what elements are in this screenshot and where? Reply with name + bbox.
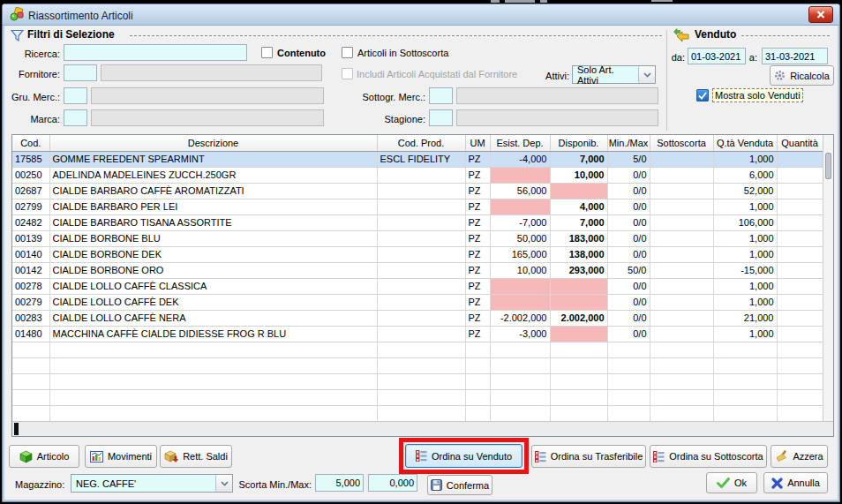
table-cell: 10,000 — [490, 262, 550, 278]
table-cell: ESCL FIDELITY — [377, 151, 465, 167]
table-cell: 0/0 — [607, 310, 650, 326]
gru-merc-code-input[interactable] — [64, 87, 87, 104]
screen-edge-artifact — [651, 0, 673, 2]
table-row[interactable]: 02687CIALDE BARBARO CAFFÈ AROMATIZZATIPZ… — [12, 183, 823, 199]
table-empty-row[interactable] — [12, 405, 823, 421]
horizontal-scrollbar-thumb[interactable] — [14, 423, 19, 435]
table-cell — [607, 405, 650, 421]
table-cell — [550, 357, 607, 373]
filter-funnel-icon — [11, 29, 24, 41]
table-cell: 01480 — [12, 326, 49, 342]
table-cell — [777, 342, 823, 357]
attivi-dropdown-button[interactable] — [638, 66, 655, 83]
table-cell — [490, 373, 550, 389]
table-cell: 0/0 — [607, 294, 650, 310]
fornitore-code-input[interactable] — [64, 64, 97, 81]
venduto-icon — [673, 28, 689, 42]
table-empty-row[interactable] — [12, 342, 823, 357]
vertical-scrollbar[interactable] — [823, 135, 833, 421]
table-cell: 52,000 — [713, 183, 777, 199]
sottogr-merc-code-input[interactable] — [429, 87, 453, 104]
scorta-min-input[interactable] — [315, 474, 364, 492]
column-header[interactable]: Cod. — [12, 135, 49, 151]
articolo-button[interactable]: Articolo — [9, 445, 79, 468]
movimenti-label: Movimenti — [108, 451, 152, 462]
marca-code-input[interactable] — [64, 109, 87, 126]
save-floppy-icon — [431, 479, 442, 491]
table-cell — [490, 342, 550, 357]
ricerca-input[interactable] — [64, 44, 247, 61]
table-row[interactable]: 02482CIALDE BARBARO TISANA ASSORTITEPZ-7… — [12, 214, 823, 230]
table-cell: 1,000 — [713, 326, 777, 342]
contenuto-checkbox[interactable] — [261, 47, 273, 58]
table-cell — [777, 167, 823, 183]
column-header[interactable]: Sottoscorta — [650, 135, 713, 151]
table-cell — [550, 294, 607, 310]
annulla-button[interactable]: Annulla — [763, 472, 828, 493]
table-row[interactable]: 00142CIALDE BORBONE OROPZ10,000293,00050… — [12, 262, 823, 278]
table-cell — [650, 230, 713, 246]
horizontal-scrollbar[interactable] — [12, 421, 833, 436]
column-header[interactable]: Cod. Prod. — [377, 135, 465, 151]
attivi-dropdown[interactable]: Solo Art. Attivi — [572, 65, 656, 84]
table-cell — [49, 357, 377, 373]
ricalcola-button[interactable]: Ricalcola — [770, 65, 834, 86]
table-empty-row[interactable] — [12, 357, 823, 373]
table-cell — [490, 405, 550, 421]
table-empty-row[interactable] — [12, 373, 823, 389]
screenshot-root: Riassortimento Articoli Filtri di Selezi… — [0, 0, 842, 504]
table-row[interactable]: 00140CIALDE BORBONE DEKPZ165,000138,0000… — [12, 246, 823, 262]
table-row[interactable]: 00279CIALDE LOLLO CAFFÈ DEKPZ0/01,000 — [12, 294, 823, 310]
column-header[interactable]: Q.tà Venduta — [713, 135, 777, 151]
table-cell — [650, 405, 713, 421]
close-button[interactable] — [808, 6, 833, 23]
column-header[interactable]: Descrizione — [49, 135, 377, 151]
table-row[interactable]: 17585GOMME FREEDENT SPEARMINTESCL FIDELI… — [12, 151, 823, 167]
table-cell: 17585 — [12, 151, 49, 167]
ordina-su-venduto-button[interactable]: Ordina su Venduto — [405, 444, 522, 468]
table-row[interactable]: 00250ADELINDA MADELEINES ZUCCH.250GRPZ10… — [12, 167, 823, 183]
venduto-da-input[interactable] — [688, 48, 746, 64]
table-row[interactable]: 00278CIALDE LOLLO CAFFÈ CLASSICAPZ0/01,0… — [12, 278, 823, 294]
column-header[interactable]: Quantità — [777, 135, 823, 151]
articoli-sottoscorta-checkbox[interactable] — [342, 47, 353, 58]
attivi-value: Solo Art. Attivi — [573, 64, 638, 86]
table-cell: 1,000 — [713, 151, 777, 167]
table-cell: PZ — [465, 167, 490, 183]
table-cell — [12, 405, 49, 421]
scorta-max-input[interactable] — [368, 474, 417, 492]
column-header[interactable]: Disponib. — [550, 135, 607, 151]
ordina-su-trasferibile-button[interactable]: Ordina su Trasferibile — [531, 445, 646, 468]
mostra-solo-venduti-checkbox[interactable] — [696, 89, 709, 102]
table-row[interactable]: 00283CIALDE LOLLO CAFFÈ NERAPZ-2.002,000… — [12, 310, 823, 326]
column-header[interactable]: Min./Max — [607, 135, 650, 151]
ok-button[interactable]: Ok — [706, 472, 757, 493]
table-row[interactable]: 00139CIALDE BORBONE BLUPZ50,000183,0000/… — [12, 230, 823, 246]
conferma-button[interactable]: Conferma — [427, 475, 492, 495]
table-row[interactable]: 01480MACCHINA CAFFÈ CIALDE DIDIESSE FROG… — [12, 326, 823, 342]
table-empty-row[interactable] — [12, 389, 823, 405]
table-cell: -7,000 — [490, 214, 550, 230]
table-cell — [550, 326, 607, 342]
movimenti-button[interactable]: Movimenti — [85, 445, 157, 468]
stagione-code-input[interactable] — [429, 109, 453, 126]
table-cell — [713, 405, 777, 421]
table-cell — [465, 357, 490, 373]
column-header[interactable]: UM — [465, 135, 490, 151]
magazzino-dropdown[interactable]: NEG. CAFFE' — [71, 474, 233, 493]
table-row[interactable]: 02799CIALDE BARBARO PER LEIPZ4,0000/01,0… — [12, 199, 823, 214]
column-header[interactable]: Esist. Dep. — [490, 135, 550, 151]
magazzino-dropdown-button[interactable] — [215, 475, 232, 492]
azzera-button[interactable]: Azzera — [771, 445, 828, 468]
ordina-su-sottoscorta-button[interactable]: Ordina su Sottoscorta — [650, 445, 767, 468]
table-cell: -2.002,000 — [490, 310, 550, 326]
table-cell — [650, 151, 713, 167]
table-cell — [777, 214, 823, 230]
rett-saldi-button[interactable]: Rett. Saldi — [160, 445, 232, 468]
vertical-scrollbar-thumb[interactable] — [825, 153, 831, 179]
table-cell — [377, 310, 465, 326]
table-cell: 0/0 — [607, 214, 650, 230]
table-cell — [49, 342, 377, 357]
table-cell: 00278 — [12, 278, 49, 294]
venduto-a-input[interactable] — [762, 48, 828, 64]
